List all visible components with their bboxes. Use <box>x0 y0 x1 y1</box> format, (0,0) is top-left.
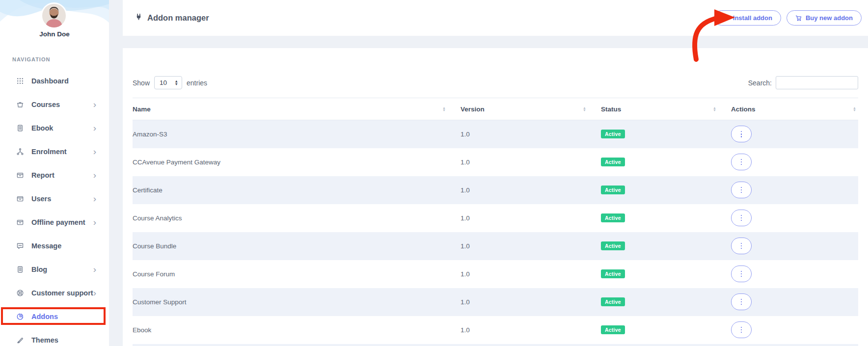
sort-icon: ▲▼ <box>853 106 856 111</box>
sidebar-item-message[interactable]: Message <box>0 234 109 258</box>
show-label: Show <box>133 79 150 87</box>
cell-status: Active <box>601 204 731 232</box>
main-content: Addon manager Install addonBuy new addon… <box>109 0 868 346</box>
table-row: CCAvenue Payment Gateway 1.0 Active <box>133 148 858 176</box>
sort-icon: ▲▼ <box>583 106 586 111</box>
select-arrows-icon: ▲▼ <box>175 80 178 85</box>
cell-name: CCAvenue Payment Gateway <box>133 148 461 176</box>
cell-name: Customer Support <box>133 288 461 316</box>
cell-status: Active <box>601 232 731 260</box>
buy-new-addon-button[interactable]: Buy new addon <box>787 10 862 26</box>
row-actions-menu-button[interactable] <box>731 182 752 198</box>
install-addon-button[interactable]: Install addon <box>714 10 781 26</box>
blog-icon <box>16 265 25 274</box>
cell-actions <box>731 316 858 344</box>
row-actions-menu-button[interactable] <box>731 238 752 254</box>
cell-version: 1.0 <box>461 120 601 148</box>
column-header-version[interactable]: Version▲▼ <box>461 98 601 120</box>
sidebar-item-label: Users <box>31 195 93 203</box>
column-header-status[interactable]: Status▲▼ <box>601 98 731 120</box>
avatar[interactable] <box>42 4 66 27</box>
row-actions-menu-button[interactable] <box>731 266 752 282</box>
page-length-select[interactable]: 10 ▲▼ <box>154 76 182 89</box>
row-actions-menu-button[interactable] <box>731 321 752 338</box>
chevron-right-icon: › <box>93 101 96 108</box>
chevron-right-icon: › <box>93 125 96 132</box>
chevron-right-icon: › <box>93 172 96 179</box>
cell-actions <box>731 232 858 260</box>
chevron-right-icon: › <box>93 148 96 155</box>
cell-name: Ebook <box>133 316 461 344</box>
sidebar-item-customer-support[interactable]: Customer support › <box>0 281 109 305</box>
table-row-partial <box>133 344 858 346</box>
search-input[interactable] <box>776 76 858 89</box>
sort-icon: ▲▼ <box>442 106 446 111</box>
sidebar-item-label: Ebook <box>31 124 93 132</box>
cell-name: Course Bundle <box>133 232 461 260</box>
table-row: Course Forum 1.0 Active <box>133 260 858 288</box>
cell-version: 1.0 <box>461 316 601 344</box>
sidebar-item-addons[interactable]: Addons <box>0 305 109 328</box>
row-actions-menu-button[interactable] <box>731 126 752 142</box>
table-header-row: Name▲▼Version▲▼Status▲▼Actions▲▼ <box>133 98 858 120</box>
chevron-right-icon: › <box>93 195 96 202</box>
users-icon <box>16 194 25 203</box>
nav-section-label: NAVIGATION <box>12 56 50 62</box>
cell-status: Active <box>601 176 731 204</box>
table-controls: Show 10 ▲▼ entries Search: <box>133 76 858 89</box>
page-length-value: 10 <box>160 79 167 86</box>
chevron-right-icon: › <box>93 290 96 296</box>
table-row: Course Analytics 1.0 Active <box>133 204 858 232</box>
download-icon <box>723 15 730 22</box>
topbar-actions: Install addonBuy new addon <box>714 10 862 26</box>
row-actions-menu-button[interactable] <box>731 293 752 310</box>
page-title: Addon manager <box>147 13 209 23</box>
status-badge: Active <box>601 130 625 138</box>
cell-status: Active <box>601 288 731 316</box>
cell-actions <box>731 288 858 316</box>
sidebar-item-label: Blog <box>31 266 93 273</box>
sidebar-item-enrolment[interactable]: Enrolment › <box>0 140 109 163</box>
sidebar-item-courses[interactable]: Courses › <box>0 93 109 116</box>
sidebar-item-label: Report <box>31 171 93 179</box>
cell-actions <box>731 176 858 204</box>
status-badge: Active <box>601 297 625 306</box>
status-badge: Active <box>601 213 625 222</box>
sidebar-item-report[interactable]: Report › <box>0 163 109 187</box>
row-actions-menu-button[interactable] <box>731 210 752 226</box>
sidebar-item-users[interactable]: Users › <box>0 187 109 211</box>
status-badge: Active <box>601 186 625 194</box>
cell-version: 1.0 <box>461 232 601 260</box>
column-header-actions[interactable]: Actions▲▼ <box>731 98 858 120</box>
table-row: Certificate 1.0 Active <box>133 176 858 204</box>
cell-status: Active <box>601 148 731 176</box>
sidebar-item-ebook[interactable]: Ebook › <box>0 116 109 140</box>
cell-name: Course Forum <box>133 260 461 288</box>
sidebar-item-label: Dashboard <box>31 77 96 85</box>
sidebar-item-label: Message <box>31 242 96 250</box>
cell-status: Active <box>601 260 731 288</box>
sidebar-item-dashboard[interactable]: Dashboard <box>0 69 109 93</box>
courses-icon <box>16 100 25 109</box>
sidebar-item-label: Customer support <box>31 289 93 297</box>
offline-payment-icon <box>16 218 25 227</box>
sidebar-item-blog[interactable]: Blog › <box>0 258 109 281</box>
sidebar-item-offline-payment[interactable]: Offline payment › <box>0 211 109 234</box>
cell-status: Active <box>601 316 731 344</box>
cell-version: 1.0 <box>461 288 601 316</box>
cell-actions <box>731 120 858 148</box>
table-row: Amazon-S3 1.0 Active <box>133 120 858 148</box>
status-badge: Active <box>601 269 625 278</box>
column-header-name[interactable]: Name▲▼ <box>133 98 461 120</box>
sidebar-item-themes[interactable]: Themes <box>0 328 109 346</box>
row-actions-menu-button[interactable] <box>731 154 752 170</box>
sidebar-nav: Dashboard Courses › Ebook › Enrolment › … <box>0 69 109 346</box>
cart-icon <box>795 15 802 22</box>
cell-status: Active <box>601 120 731 148</box>
user-name: John Doe <box>0 30 109 38</box>
cell-actions <box>731 148 858 176</box>
status-badge: Active <box>601 325 625 334</box>
cell-actions <box>731 204 858 232</box>
themes-icon <box>16 336 25 345</box>
cell-version: 1.0 <box>461 148 601 176</box>
